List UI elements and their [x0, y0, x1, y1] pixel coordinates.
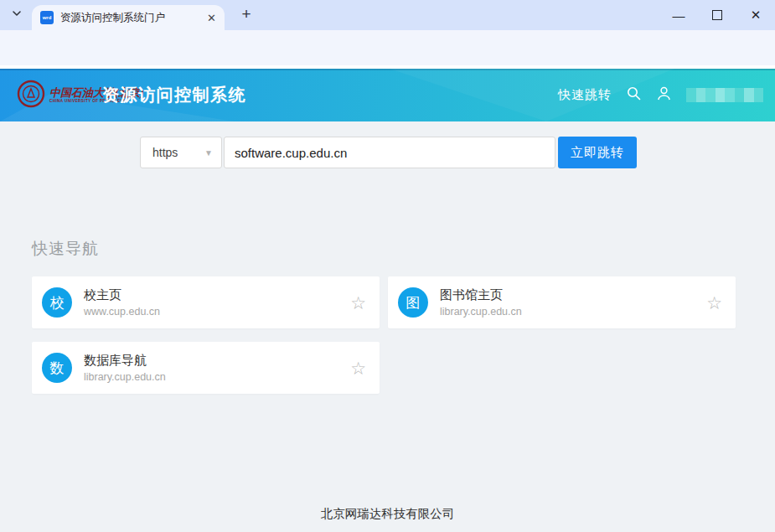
tab-strip: wrd 资源访问控制系统门户 ✕ + — ✕	[0, 0, 775, 30]
quick-nav-card-database-nav[interactable]: 数 数据库导航 library.cup.edu.cn ☆	[32, 342, 380, 394]
header-nav: 快速跳转	[558, 69, 763, 121]
chevron-down-icon	[11, 8, 23, 23]
university-emblem-icon	[17, 80, 45, 111]
user-icon[interactable]	[656, 85, 672, 105]
maximize-icon	[712, 10, 722, 20]
favorite-star-icon[interactable]: ☆	[350, 359, 366, 377]
page-title: 资源访问控制系统	[102, 69, 246, 121]
card-title: 校主页	[84, 287, 160, 303]
favorite-star-icon[interactable]: ☆	[706, 294, 722, 312]
search-icon[interactable]	[626, 85, 642, 105]
jump-url-input[interactable]	[224, 137, 555, 168]
quick-nav-card-school-home[interactable]: 校 校主页 www.cup.edu.cn ☆	[32, 276, 380, 328]
card-avatar: 数	[42, 353, 72, 383]
card-url: library.cup.edu.cn	[440, 306, 522, 318]
window-maximize-button[interactable]	[698, 0, 736, 30]
window-controls: — ✕	[659, 0, 775, 30]
tab-favicon-icon: wrd	[40, 11, 54, 24]
new-tab-button[interactable]: +	[235, 3, 257, 25]
card-url: www.cup.edu.cn	[84, 306, 160, 318]
redacted-username[interactable]	[686, 88, 763, 102]
tab-close-icon[interactable]: ✕	[207, 12, 216, 24]
card-url: library.cup.edu.cn	[84, 371, 166, 383]
browser-tab[interactable]: wrd 资源访问控制系统门户 ✕	[32, 5, 225, 30]
main-content: https ▼ 立即跳转 快速导航 校 校主页 www.cup.edu.cn ☆…	[0, 121, 775, 532]
browser-toolbar: webvpn.cup.edu.cn ☆ 有新版 Chrome 可用 ⋮	[0, 30, 775, 65]
footer-company: 北京网瑞达科技有限公司	[0, 506, 775, 522]
window-close-button[interactable]: ✕	[736, 0, 775, 30]
protocol-value: https	[152, 146, 178, 159]
tab-title: 资源访问控制系统门户	[60, 11, 202, 25]
card-avatar: 图	[398, 287, 428, 318]
card-avatar: 校	[42, 287, 72, 318]
nav-quick-jump[interactable]: 快速跳转	[558, 87, 612, 103]
favorite-star-icon[interactable]: ☆	[350, 294, 366, 312]
caret-down-icon: ▼	[204, 148, 213, 158]
window-minimize-button[interactable]: —	[659, 0, 698, 30]
tab-search-button[interactable]	[8, 6, 26, 24]
browser-window: wrd 资源访问控制系统门户 ✕ + — ✕ webvpn.cup.edu.cn	[0, 0, 775, 532]
quick-nav-card-library-home[interactable]: 图 图书馆主页 library.cup.edu.cn ☆	[388, 276, 736, 328]
quick-nav-title: 快速导航	[32, 238, 99, 260]
card-title: 图书馆主页	[440, 287, 522, 303]
jump-now-button[interactable]: 立即跳转	[558, 137, 637, 168]
protocol-select[interactable]: https ▼	[140, 137, 222, 168]
card-title: 数据库导航	[84, 353, 166, 369]
site-header: 中国石油大学(北京) CHINA UNIVERSITY OF PETROLEUM…	[0, 69, 775, 121]
